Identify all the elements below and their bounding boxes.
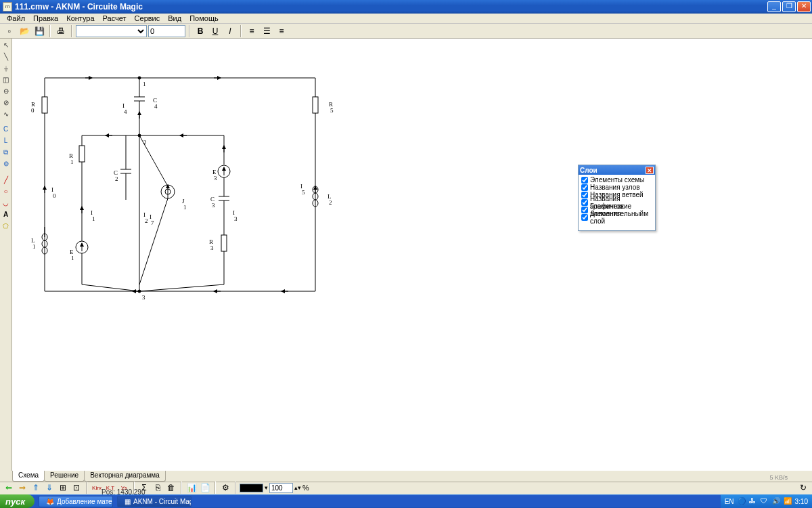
copy-button[interactable]: ⎘ bbox=[152, 483, 164, 493]
minimize-button[interactable]: _ bbox=[767, 1, 781, 12]
align-left-button[interactable]: ≡ bbox=[245, 25, 258, 37]
grid-button[interactable]: ⊞ bbox=[57, 483, 69, 493]
italic-button[interactable]: I bbox=[223, 25, 237, 37]
system-tray[interactable]: EN 🔵 🖧 🛡 🔊 📶 3:10 bbox=[721, 494, 812, 508]
title-bar: m 111.cmw - AKNM - Circuite Magic _ ❐ ✕ bbox=[0, 0, 812, 14]
layers-title: Слои bbox=[580, 167, 597, 174]
close-button[interactable]: ✕ bbox=[797, 1, 811, 12]
polygon-tool[interactable]: ⬠ bbox=[1, 221, 12, 232]
text-tool[interactable]: A bbox=[1, 209, 12, 220]
svg-text:1: 1 bbox=[183, 204, 187, 211]
tray-icon[interactable]: 🔵 bbox=[738, 497, 746, 505]
meter-tool[interactable]: ⊚ bbox=[1, 158, 12, 169]
ground-tool[interactable]: ⏚ bbox=[1, 63, 12, 74]
menu-calc[interactable]: Расчет bbox=[99, 14, 131, 22]
tray-icon[interactable]: 🔊 bbox=[772, 497, 780, 505]
tab-vector[interactable]: Векторная диаграмма bbox=[84, 471, 166, 482]
wire-tool[interactable]: ╲ bbox=[1, 51, 12, 62]
menu-view[interactable]: Вид bbox=[164, 14, 185, 22]
transformer-tool[interactable]: ⧉ bbox=[1, 147, 12, 158]
layer-check-1[interactable] bbox=[581, 184, 588, 191]
zoom-pct: % bbox=[302, 484, 309, 492]
layer-check-3[interactable] bbox=[581, 199, 588, 206]
voltage-source-tool[interactable]: ⊖ bbox=[1, 86, 12, 97]
svg-text:3: 3 bbox=[210, 245, 214, 251]
svg-rect-45 bbox=[221, 235, 227, 251]
underline-button[interactable]: U bbox=[208, 25, 222, 37]
nav-right-button[interactable]: ⇒ bbox=[16, 483, 28, 493]
menu-help[interactable]: Помощь bbox=[185, 14, 223, 22]
canvas[interactable]: 1 2 3 R0 R5 R1 R3 L1 L2 C4 I4 C2 C3 E1 E… bbox=[12, 39, 812, 471]
new-button[interactable]: ▫ bbox=[3, 25, 16, 37]
svg-text:5: 5 bbox=[302, 189, 305, 196]
save-button[interactable]: 💾 bbox=[32, 25, 46, 37]
print-button[interactable]: 🖶 bbox=[54, 25, 68, 37]
firefox-icon: 🦊 bbox=[46, 498, 54, 505]
nav-left-button[interactable]: ⇐ bbox=[3, 483, 15, 493]
tab-solution[interactable]: Решение bbox=[44, 471, 85, 482]
svg-rect-8 bbox=[313, 97, 318, 113]
delete-button[interactable]: 🗑 bbox=[165, 483, 177, 493]
svg-text:2: 2 bbox=[329, 199, 332, 206]
layers-panel[interactable]: Слои ✕ Элементы схемы Названия узлов Наз… bbox=[578, 165, 656, 231]
layer-check-4[interactable] bbox=[581, 207, 588, 213]
svg-text:3: 3 bbox=[212, 202, 215, 209]
svg-text:2: 2 bbox=[143, 139, 147, 146]
tab-schema[interactable]: Схема bbox=[12, 471, 45, 482]
svg-text:3: 3 bbox=[214, 175, 217, 182]
menu-file[interactable]: Файл bbox=[3, 14, 29, 22]
line-tool[interactable]: ╱ bbox=[1, 175, 12, 186]
svg-rect-4 bbox=[42, 97, 47, 113]
layer-check-0[interactable] bbox=[581, 177, 588, 184]
svg-text:1: 1 bbox=[71, 255, 74, 261]
svg-text:1: 1 bbox=[32, 243, 36, 250]
chart-button[interactable]: 📊 bbox=[185, 483, 198, 493]
clock[interactable]: 3:10 bbox=[795, 498, 808, 505]
align-right-button[interactable]: ≡ bbox=[275, 25, 288, 37]
font-combo[interactable] bbox=[76, 25, 147, 37]
lang-indicator[interactable]: EN bbox=[725, 498, 734, 505]
options-button[interactable]: ⚙ bbox=[219, 483, 231, 493]
pointer-tool[interactable]: ↖ bbox=[1, 40, 12, 51]
report-button[interactable]: 📄 bbox=[199, 483, 211, 493]
bold-button[interactable]: B bbox=[194, 25, 207, 37]
inductor-tool[interactable]: L bbox=[1, 135, 12, 146]
arc-tool[interactable]: ◡ bbox=[1, 198, 12, 209]
refresh-icon[interactable]: ↻ bbox=[797, 483, 809, 493]
svg-line-27 bbox=[82, 284, 139, 291]
nav-up-button[interactable]: ⇑ bbox=[30, 483, 42, 493]
taskbar-item-2[interactable]: ▦ AKNM - Circuit Magic bbox=[117, 496, 191, 507]
menu-contours[interactable]: Контура bbox=[62, 14, 98, 22]
menu-service[interactable]: Сервис bbox=[131, 14, 164, 22]
window-title: 111.cmw - AKNM - Circuite Magic bbox=[15, 2, 767, 12]
tray-icon[interactable]: 🖧 bbox=[749, 497, 757, 505]
circle-tool[interactable]: ○ bbox=[1, 186, 12, 197]
resistor-tool[interactable]: ◫ bbox=[1, 75, 12, 85]
tray-icon[interactable]: 📶 bbox=[784, 497, 792, 505]
color-picker[interactable] bbox=[240, 484, 263, 492]
snap-button[interactable]: ⊡ bbox=[70, 483, 83, 493]
zoom-input[interactable] bbox=[269, 483, 293, 493]
layer-check-5[interactable] bbox=[581, 214, 588, 221]
ac-source-tool[interactable]: ∿ bbox=[1, 109, 12, 120]
svg-text:1: 1 bbox=[143, 81, 146, 87]
menu-edit[interactable]: Правка bbox=[29, 14, 62, 22]
taskbar-item-1[interactable]: 🦊 Добавление матери... bbox=[39, 496, 113, 507]
svg-text:0: 0 bbox=[31, 107, 35, 114]
nav-down-button[interactable]: ⇓ bbox=[43, 483, 55, 493]
align-center-button[interactable]: ☰ bbox=[260, 25, 273, 37]
size-spinner[interactable] bbox=[148, 25, 185, 37]
start-button[interactable]: пуск bbox=[0, 494, 35, 508]
svg-point-52 bbox=[138, 77, 141, 79]
capacitor-tool[interactable]: C bbox=[1, 124, 12, 135]
layer-check-2[interactable] bbox=[581, 192, 588, 198]
tray-icon[interactable]: 🛡 bbox=[761, 497, 769, 505]
layer-label-5: Дополнительныйм слой bbox=[590, 210, 652, 225]
svg-text:4: 4 bbox=[154, 103, 158, 110]
open-button[interactable]: 📂 bbox=[18, 25, 31, 37]
layers-close-button[interactable]: ✕ bbox=[646, 167, 654, 174]
svg-text:7: 7 bbox=[151, 219, 154, 226]
maximize-button[interactable]: ❐ bbox=[782, 1, 796, 12]
current-source-tool[interactable]: ⊘ bbox=[1, 98, 12, 108]
svg-text:4: 4 bbox=[124, 108, 127, 115]
